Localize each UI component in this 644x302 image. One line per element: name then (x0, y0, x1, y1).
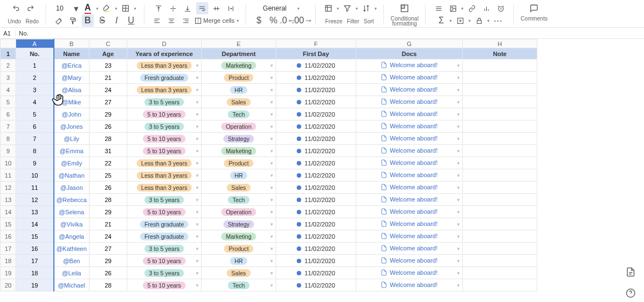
cell-no[interactable]: 19 (16, 279, 54, 291)
cell-day[interactable]: 11/02/2020 (276, 279, 356, 291)
dropdown-icon[interactable]: ▼ (456, 270, 461, 275)
cell-exp[interactable]: Fresh graduate▼ (127, 218, 202, 230)
dropdown-icon[interactable]: ▼ (456, 197, 461, 202)
lock-button[interactable] (473, 14, 485, 27)
mention-link[interactable]: @Rebecca (56, 197, 87, 203)
cell-no[interactable]: 7 (16, 133, 54, 145)
dropdown-icon[interactable]: ▼ (456, 75, 461, 80)
cell-day[interactable]: 11/02/2020 (276, 182, 356, 194)
row-header[interactable]: 19 (1, 267, 16, 279)
col-header-a[interactable]: A (16, 39, 54, 48)
cell-day[interactable]: 11/02/2020 (276, 96, 356, 108)
image-button[interactable] (447, 2, 459, 14)
sum-button[interactable]: Σ (435, 14, 447, 27)
insert-button[interactable] (454, 14, 466, 27)
mention-link[interactable]: @Emma (59, 148, 83, 154)
cell-no[interactable]: 9 (16, 157, 54, 169)
cell-no[interactable]: 15 (16, 230, 54, 243)
mention-link[interactable]: @Selena (59, 209, 84, 215)
cell-age[interactable]: 29 (89, 108, 127, 120)
cell-name[interactable]: @Jones (54, 120, 89, 133)
mention-link[interactable]: @Kathleen (56, 245, 87, 252)
doc-link[interactable]: Welcome aboard! (381, 208, 437, 215)
dropdown-icon[interactable]: ▼ (195, 124, 199, 129)
cell-name[interactable]: @Emily (54, 157, 89, 169)
cell-age[interactable]: 24 (89, 84, 127, 96)
cell-day[interactable]: 11/02/2020 (276, 133, 356, 145)
spreadsheet[interactable]: A B C D E F G H 1No.NameAgeYears of expe… (0, 39, 644, 302)
cell-no[interactable]: 5 (16, 108, 54, 120)
cell-docs[interactable]: Welcome aboard!▼ (356, 145, 463, 157)
dropdown-icon[interactable]: ▼ (456, 283, 461, 288)
cell-exp[interactable]: 5 to 10 years▼ (127, 108, 202, 120)
overflow-button[interactable] (211, 2, 223, 14)
cell-name[interactable]: @Michael (54, 279, 89, 291)
dropdown-icon[interactable]: ▼ (195, 160, 199, 165)
cell-exp[interactable]: 3 to 5 years▼ (127, 194, 202, 206)
reminder-button[interactable] (495, 2, 507, 14)
doc-link[interactable]: Welcome aboard! (381, 220, 437, 227)
cell-docs[interactable]: Welcome aboard!▼ (356, 96, 463, 108)
cell-note[interactable] (463, 96, 537, 108)
cell-exp[interactable]: 5 to 10 years▼ (127, 145, 202, 157)
font-size-input[interactable] (54, 3, 71, 13)
dropdown-icon[interactable]: ▼ (195, 222, 199, 226)
cell-dept[interactable]: HR▼ (202, 255, 276, 267)
strike-button[interactable]: S (96, 14, 108, 27)
cell-day[interactable]: 11/02/2020 (276, 169, 356, 182)
format-painter-button[interactable] (67, 14, 79, 27)
fill-color-button[interactable] (101, 2, 113, 14)
doc-link[interactable]: Welcome aboard! (381, 184, 437, 190)
dropdown-icon[interactable]: ▼ (269, 75, 274, 80)
dropdown-icon[interactable]: ▼ (456, 258, 461, 263)
font-size-dd-icon[interactable]: ▾ (73, 2, 79, 14)
cell-name[interactable]: @Mary (54, 72, 89, 84)
row-header[interactable]: 3 (1, 72, 16, 84)
cell-day[interactable]: 11/02/2020 (276, 120, 356, 133)
cell-day[interactable]: 11/02/2020 (276, 255, 356, 267)
cell-age[interactable]: 27 (89, 243, 127, 255)
dropdown-icon[interactable]: ▼ (456, 136, 461, 141)
cell-docs[interactable]: Welcome aboard!▼ (356, 84, 463, 96)
cell-exp[interactable]: Less than 3 years▼ (127, 182, 202, 194)
cell-note[interactable] (463, 230, 537, 243)
mention-link[interactable]: @Erica (62, 62, 82, 69)
dropdown-icon[interactable]: ▼ (456, 173, 461, 178)
dropdown-icon[interactable]: ▼ (456, 63, 461, 68)
cell-name[interactable]: @Ben (54, 255, 89, 267)
hdr-docs[interactable]: Docs (356, 48, 463, 59)
cell-day[interactable]: 11/02/2020 (276, 243, 356, 255)
dropdown-icon[interactable]: ▼ (456, 87, 461, 92)
cell-name[interactable]: @Vivika (54, 218, 89, 230)
cell-dept[interactable]: HR▼ (202, 84, 276, 96)
dropdown-icon[interactable]: ▼ (269, 148, 274, 153)
dropdown-icon[interactable]: ▼ (456, 185, 461, 190)
cell-day[interactable]: 11/02/2020 (276, 145, 356, 157)
borders-button[interactable] (119, 2, 132, 14)
cell-age[interactable]: 31 (89, 145, 127, 157)
cell-no[interactable]: 3 (16, 84, 54, 96)
hdr-exp[interactable]: Years of experience (127, 48, 202, 59)
cell-exp[interactable]: 5 to 10 years▼ (127, 279, 202, 291)
cell-name[interactable]: @Emma (54, 145, 89, 157)
cell-dept[interactable]: Product▼ (202, 72, 276, 84)
dropdown-icon[interactable]: ▼ (195, 148, 199, 153)
cell-day[interactable]: 11/02/2020 (276, 59, 356, 72)
cell-docs[interactable]: Welcome aboard!▼ (356, 157, 463, 169)
cell-name[interactable]: @John (54, 108, 89, 120)
hdr-name[interactable]: Name (54, 48, 89, 59)
cell-note[interactable] (463, 59, 537, 72)
cell-day[interactable]: 11/02/2020 (276, 72, 356, 84)
cell-docs[interactable]: Welcome aboard!▼ (356, 72, 463, 84)
doc-link[interactable]: Welcome aboard! (381, 98, 437, 105)
cell-docs[interactable]: Welcome aboard!▼ (356, 279, 463, 291)
doc-link[interactable]: Welcome aboard! (381, 269, 437, 276)
dropdown-icon[interactable]: ▼ (456, 246, 461, 251)
cell-dept[interactable]: HR▼ (202, 169, 276, 182)
cell-docs[interactable]: Welcome aboard!▼ (356, 108, 463, 120)
cell-age[interactable]: 21 (89, 218, 127, 230)
cell-day[interactable]: 11/02/2020 (276, 230, 356, 243)
row-header[interactable]: 17 (1, 243, 16, 255)
sort-icon[interactable] (360, 2, 372, 14)
cell-day[interactable]: 11/02/2020 (276, 218, 356, 230)
